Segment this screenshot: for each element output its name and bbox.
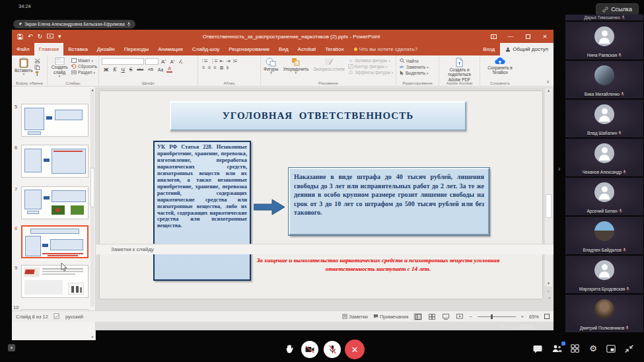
- qat-customize-icon[interactable]: ▾: [58, 34, 61, 40]
- arrange-button[interactable]: Упорядочить▾: [281, 57, 310, 79]
- tell-me-search[interactable]: Что вы хотите сделать?: [349, 43, 423, 55]
- cut-icon[interactable]: [34, 58, 40, 63]
- character-spacing-button[interactable]: АВ: [147, 67, 155, 71]
- tab-review[interactable]: Рецензирование: [224, 43, 274, 55]
- tab-animations[interactable]: Анимация: [153, 43, 188, 55]
- slideshow-view-button[interactable]: [455, 313, 464, 320]
- raise-hand-button[interactable]: [285, 344, 294, 354]
- tab-home[interactable]: Главная: [34, 43, 63, 55]
- replace-button[interactable]: abЗаменить▾: [400, 65, 437, 69]
- new-slide-button[interactable]: Создать слайд▾: [49, 57, 70, 79]
- zoom-slider-thumb[interactable]: [491, 314, 493, 319]
- picture-in-picture-button[interactable]: [606, 344, 616, 353]
- columns-icon[interactable]: ‖: [227, 65, 228, 71]
- participant-tile[interactable]: Нина Раевская: [565, 22, 643, 59]
- align-center-icon[interactable]: ≡: [208, 65, 211, 71]
- main-vertical-scrollbar[interactable]: [545, 89, 552, 287]
- invite-link-button[interactable]: Ссылка: [596, 3, 639, 15]
- share-button[interactable]: Общий доступ: [500, 43, 554, 55]
- participant-tile[interactable]: Вика Михайленко: [565, 61, 643, 98]
- bullets-icon[interactable]: ∷≡: [202, 58, 207, 64]
- section-button[interactable]: Раздел▾: [71, 70, 97, 75]
- camera-off-button[interactable]: [301, 341, 318, 358]
- shapes-button[interactable]: Фигуры▾: [262, 57, 279, 79]
- participant-tile[interactable]: Чеканов Александр: [565, 139, 643, 176]
- tab-design[interactable]: Дизайн: [92, 43, 120, 55]
- slide-title-box[interactable]: УГОЛОВНАЯ ОТВЕТСТВЕННОСТЬ: [170, 101, 466, 131]
- slide-left-text-box[interactable]: УК РФ Статья 228. Незаконные приобретени…: [153, 141, 251, 281]
- participant-tile[interactable]: Дарья Тимошенко: [565, 15, 643, 20]
- select-button[interactable]: Выделить▾: [400, 71, 437, 75]
- undo-icon[interactable]: ↶: [28, 34, 33, 40]
- underline-button[interactable]: Ч: [120, 67, 126, 73]
- quick-styles-button[interactable]: Экспресс-стили: [312, 57, 346, 79]
- layout-button[interactable]: Макет▾: [71, 58, 97, 63]
- collapse-ribbon-icon[interactable]: ∧: [546, 79, 550, 85]
- tab-view[interactable]: Вид: [274, 43, 293, 55]
- paste-button[interactable]: Вставить▾: [13, 57, 34, 79]
- copy-icon[interactable]: [34, 65, 40, 70]
- mic-off-button[interactable]: [324, 341, 341, 358]
- zoom-slider[interactable]: [478, 316, 516, 317]
- notes-pane[interactable]: Заметки к слайду: [96, 244, 554, 254]
- fit-slide-to-window-button[interactable]: [544, 314, 550, 319]
- viewer-zoom-in-button[interactable]: +: [501, 323, 504, 330]
- strikethrough-button[interactable]: S: [128, 67, 133, 73]
- clear-formatting-icon[interactable]: [178, 59, 183, 64]
- settings-button[interactable]: ⚙: [588, 343, 598, 353]
- participant-tile[interactable]: Арсений Белан: [565, 178, 643, 215]
- create-adobe-pdf-button[interactable]: Создать и поделиться Adobe PDF: [441, 57, 478, 83]
- save-to-terabox-button[interactable]: Сохранить в TeraBox: [482, 57, 519, 76]
- bold-button[interactable]: Ж: [102, 67, 110, 73]
- chat-button[interactable]: [532, 344, 542, 353]
- slide-6-thumbnail[interactable]: [21, 145, 89, 178]
- thumbnail-scrollbar[interactable]: [90, 89, 94, 307]
- thumb-scroll-down-icon[interactable]: ▼: [90, 335, 95, 339]
- font-size-input[interactable]: [145, 58, 159, 65]
- zoom-out-button[interactable]: −: [469, 314, 472, 320]
- sign-in-button[interactable]: Вход: [478, 43, 500, 55]
- slide-5-thumbnail[interactable]: [21, 104, 89, 137]
- scroll-up-icon[interactable]: ▲: [545, 89, 552, 92]
- font-name-input[interactable]: [102, 58, 144, 65]
- end-call-button[interactable]: ✕: [345, 340, 365, 359]
- participant-tile[interactable]: Дмитрий Полковников: [565, 295, 643, 332]
- start-slideshow-icon[interactable]: [47, 34, 54, 40]
- block-arrow-right[interactable]: [254, 198, 285, 216]
- shape-effects-button[interactable]: Эффекты фигуры▾: [348, 70, 394, 75]
- align-left-icon[interactable]: ≡: [202, 65, 205, 71]
- participant-tile[interactable]: Влад Шабалин: [565, 100, 643, 137]
- grid-view-button[interactable]: [569, 344, 580, 353]
- slide-9-thumbnail[interactable]: [21, 265, 89, 298]
- find-button[interactable]: Найти: [400, 58, 437, 63]
- increase-indent-icon[interactable]: ⇥: [226, 58, 230, 64]
- slide-sorter-view-button[interactable]: [427, 313, 436, 320]
- participant-tile[interactable]: Владлен Байдалов: [565, 217, 643, 254]
- shape-fill-button[interactable]: Заливка фигуры▾: [348, 58, 394, 63]
- tab-acrobat[interactable]: Acrobat: [293, 43, 321, 55]
- ribbon-display-options-button[interactable]: ∧: [485, 30, 502, 43]
- zoom-in-button[interactable]: +: [521, 314, 524, 320]
- decrease-indent-icon[interactable]: ⇤: [219, 58, 223, 64]
- screen-share-pill[interactable]: Экран Елена Александровна Бельская-Ефрем…: [13, 20, 135, 28]
- normal-view-button[interactable]: [413, 313, 422, 320]
- slide-7-thumbnail[interactable]: [21, 186, 89, 219]
- language-button[interactable]: русский: [65, 314, 83, 320]
- tab-file[interactable]: Файл: [12, 43, 34, 55]
- tab-insert[interactable]: Вставка: [63, 43, 92, 55]
- sidebar-collapse-chevron[interactable]: ›: [558, 165, 560, 172]
- slide-8-thumbnail-selected[interactable]: [21, 225, 89, 258]
- reset-button[interactable]: Сбросить: [71, 64, 97, 69]
- text-shadow-button[interactable]: abc: [135, 67, 145, 71]
- italic-button[interactable]: К: [112, 67, 118, 73]
- slide-right-text-box[interactable]: Наказание в виде штрафа до 40 тысяч рубл…: [289, 168, 489, 235]
- shrink-font-button[interactable]: A˅: [169, 59, 176, 64]
- format-painter-icon[interactable]: [34, 71, 40, 77]
- tab-terabox[interactable]: Terabox: [320, 43, 348, 55]
- align-right-icon[interactable]: ≡: [213, 65, 216, 71]
- viewer-zoom-out-button[interactable]: −: [510, 323, 513, 330]
- shape-outline-button[interactable]: Контур фигуры▾: [348, 64, 394, 69]
- redo-icon[interactable]: ↻: [38, 34, 43, 40]
- spellcheck-icon[interactable]: [54, 313, 60, 320]
- minimize-button[interactable]: —: [502, 30, 519, 43]
